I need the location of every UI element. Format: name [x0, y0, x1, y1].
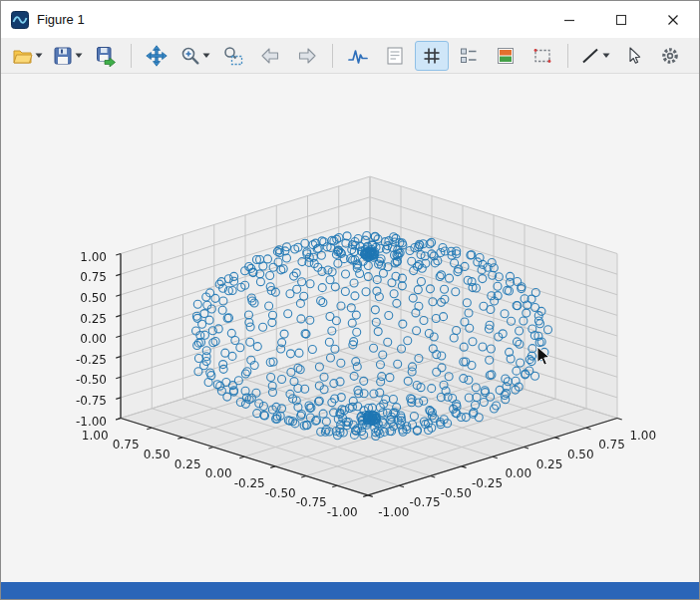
window-title: Figure 1 [37, 12, 85, 27]
back-button[interactable] [253, 41, 287, 71]
line-style-button[interactable] [576, 41, 613, 71]
taskbar-strip [1, 582, 699, 599]
cursor-arrow-icon [622, 45, 644, 67]
settings-button[interactable] [653, 41, 687, 71]
arrow-right-icon [296, 45, 318, 67]
waveform-icon [347, 45, 369, 67]
plot-type-button[interactable] [341, 41, 375, 71]
close-icon [664, 11, 682, 29]
axes-editor-button[interactable] [452, 41, 486, 71]
four-way-arrows-icon [146, 45, 168, 67]
toolbar-separator [131, 44, 132, 68]
color-squares-icon [495, 45, 517, 67]
dropdown-caret-icon [75, 52, 83, 59]
pointer-button[interactable] [616, 41, 650, 71]
list-checkbox-icon [458, 45, 480, 67]
maximize-button[interactable] [595, 1, 647, 38]
save-button[interactable] [49, 41, 86, 71]
floppy-disk-icon [52, 45, 74, 67]
gear-icon [659, 45, 681, 67]
pan-button[interactable] [140, 41, 174, 71]
magnifier-rect-icon [222, 45, 244, 67]
close-button[interactable] [647, 1, 699, 38]
open-button[interactable] [9, 41, 46, 71]
toolbar-separator [567, 44, 568, 68]
forward-button[interactable] [290, 41, 324, 71]
app-window: Figure 1 [0, 0, 700, 600]
matplotlib-icon [11, 11, 29, 29]
open-folder-icon [12, 45, 34, 67]
toolbar [1, 38, 699, 74]
maximize-icon [612, 11, 630, 29]
colormap-button[interactable] [489, 41, 523, 71]
selection-rect-button[interactable] [525, 41, 559, 71]
grid-icon [421, 45, 443, 67]
titlebar[interactable]: Figure 1 [1, 1, 699, 38]
grid-button[interactable] [415, 41, 449, 71]
arrow-left-icon [259, 45, 281, 67]
toolbar-separator [332, 44, 333, 68]
magnifier-plus-icon [179, 45, 201, 67]
figure-canvas[interactable] [1, 74, 699, 582]
floppy-export-icon [95, 45, 117, 67]
figure-options-button[interactable] [378, 41, 412, 71]
dashed-rect-icon [531, 45, 553, 67]
zoom-rect-button[interactable] [216, 41, 250, 71]
page-lines-icon [384, 45, 406, 67]
export-button[interactable] [89, 41, 123, 71]
zoom-button[interactable] [176, 41, 213, 71]
dropdown-caret-icon [602, 52, 610, 59]
minimize-icon [560, 11, 578, 29]
dropdown-caret-icon [202, 52, 210, 59]
figure-area [1, 74, 699, 582]
diagonal-line-icon [579, 45, 601, 67]
dropdown-caret-icon [35, 52, 43, 59]
minimize-button[interactable] [543, 1, 595, 38]
